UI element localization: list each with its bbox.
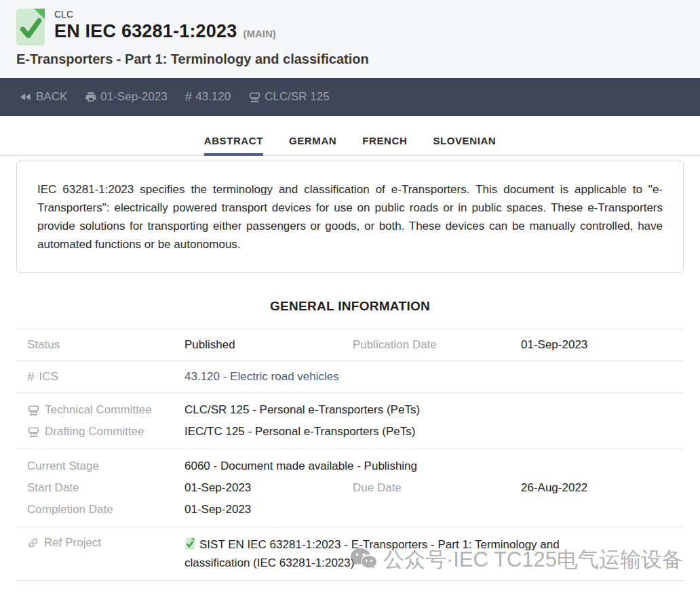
ics-label: # ICS [27, 369, 184, 384]
document-check-icon [184, 538, 195, 550]
ref-project-link-text: SIST EN IEC 63281-1:2023 - E-Transporter… [184, 538, 560, 569]
page-title: EN IEC 63281-1:2023 [54, 21, 237, 42]
publication-date-value: 01-Sep-2023 [521, 338, 684, 352]
fast-rewind-icon [19, 90, 33, 104]
general-information-heading: GENERAL INFORMATION [0, 299, 700, 314]
groups-icon [248, 91, 261, 104]
table-row-ref-project: Ref Project SIST EN IEC 63281-1:2023 - E… [16, 527, 684, 580]
start-date-label: Start Date [27, 479, 184, 497]
header-text: CLC EN IEC 63281-1:2023 (MAIN) [54, 8, 276, 42]
current-stage-value: 6060 - Document made available - Publish… [184, 457, 684, 475]
meta-toolbar: BACK 01-Sep-2023 # 43.120 CLC/SR 125 [0, 78, 700, 116]
ics-label-text: ICS [39, 369, 58, 384]
page-header: CLC EN IEC 63281-1:2023 (MAIN) E-Transpo… [0, 0, 700, 78]
table-row-ics: # ICS 43.120 - Electric road vehicles [16, 361, 684, 392]
hash-icon: # [27, 369, 35, 384]
completion-date-value: 01-Sep-2023 [184, 501, 684, 518]
ref-project-label: Ref Project [27, 535, 184, 550]
table-row-status: Status Published Publication Date 01-Sep… [16, 329, 684, 361]
abstract-panel: IEC 63281-1:2023 specifies the terminolo… [16, 161, 684, 273]
header-title-block: CLC EN IEC 63281-1:2023 (MAIN) [16, 8, 684, 46]
groups-icon [27, 404, 40, 417]
publication-date: 01-Sep-2023 [100, 90, 167, 104]
tab-german[interactable]: GERMAN [289, 135, 336, 156]
drafting-committee-label-text: Drafting Committee [45, 423, 144, 441]
technical-committee-label: Technical Committee [27, 401, 184, 419]
ics-value-link[interactable]: 43.120 - Electric road vehicles [184, 369, 684, 384]
groups-icon [27, 426, 40, 439]
publication-date-chip: 01-Sep-2023 [85, 90, 167, 104]
technical-committee-label-text: Technical Committee [45, 401, 152, 419]
table-row-stage: Current Stage 6060 - Document made avail… [16, 449, 684, 527]
start-date-value: 01-Sep-2023 [184, 479, 353, 497]
committee-code: CLC/SR 125 [265, 90, 329, 104]
back-label: BACK [36, 90, 67, 104]
ics-code: 43.120 [195, 90, 231, 104]
ref-project-link[interactable]: SIST EN IEC 63281-1:2023 - E-Transporter… [184, 535, 604, 572]
organization-label: CLC [54, 9, 276, 20]
due-date-value: 26-Aug-2022 [521, 479, 684, 497]
link-icon [27, 537, 39, 549]
drafting-committee-label: Drafting Committee [27, 423, 184, 441]
status-label: Status [27, 338, 184, 352]
document-check-icon [16, 8, 45, 46]
ref-project-label-text: Ref Project [44, 535, 101, 550]
document-subtitle: E-Transporters - Part 1: Terminology and… [16, 52, 684, 67]
committee-chip: CLC/SR 125 [248, 90, 329, 104]
status-value: Published [184, 338, 353, 352]
tab-slovenian[interactable]: SLOVENIAN [433, 135, 496, 156]
hash-icon: # [185, 89, 193, 104]
tab-abstract[interactable]: ABSTRACT [204, 135, 263, 156]
language-tabs: ABSTRACT GERMAN FRENCH SLOVENIAN [0, 135, 700, 156]
technical-committee-value: CLC/SR 125 - Personal e-Transporters (Pe… [184, 401, 684, 419]
publication-date-label: Publication Date [353, 338, 521, 352]
current-stage-label: Current Stage [27, 457, 184, 475]
tab-french[interactable]: FRENCH [362, 135, 407, 156]
general-information-table: Status Published Publication Date 01-Sep… [16, 329, 684, 581]
table-row-committees: Technical Committee CLC/SR 125 - Persona… [16, 392, 684, 449]
back-button[interactable]: BACK [19, 90, 67, 104]
ics-chip: # 43.120 [185, 89, 231, 104]
drafting-committee-value: IEC/TC 125 - Personal e-Transporters (Pe… [184, 423, 684, 441]
abstract-text: IEC 63281-1:2023 specifies the terminolo… [37, 183, 663, 251]
title-suffix: (MAIN) [243, 28, 275, 39]
due-date-label: Due Date [353, 479, 521, 497]
completion-date-label: Completion Date [27, 501, 184, 518]
printer-icon [85, 91, 97, 103]
